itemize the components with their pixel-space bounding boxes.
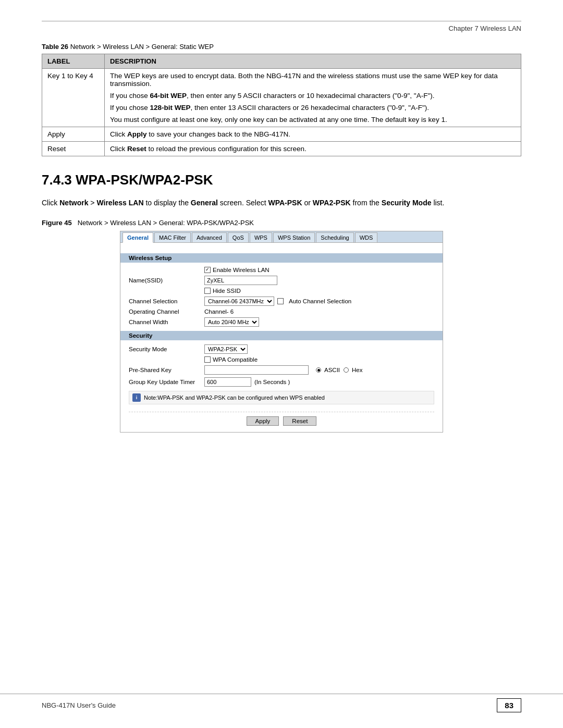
tab-wds[interactable]: WDS: [355, 232, 378, 242]
name-ssid-value-area: [204, 276, 434, 285]
tab-scheduling[interactable]: Scheduling: [316, 232, 353, 242]
tab-wps-station[interactable]: WPS Station: [273, 232, 315, 242]
note-icon: i: [132, 393, 141, 402]
screenshot-content: Wireless Setup Enable Wireless LAN Name(…: [120, 243, 443, 432]
wpa-compatible-row: WPA Compatible: [129, 356, 434, 363]
operating-channel-value: Channel- 6: [204, 309, 234, 315]
col-label-header: LABEL: [42, 54, 105, 69]
key-description-cell: The WEP keys are used to encrypt data. B…: [105, 69, 521, 127]
auto-channel-label: Auto Channel Selection: [289, 298, 351, 304]
header-divider: [42, 21, 521, 21]
col-description-header: DESCRIPTION: [105, 54, 521, 69]
group-key-input[interactable]: [204, 377, 251, 387]
operating-channel-value-area: Channel- 6: [204, 309, 434, 315]
para-2: If you chose 64-bit WEP, then enter any …: [110, 92, 516, 100]
hide-ssid-checkbox[interactable]: [204, 288, 211, 294]
table-row: Apply Click Apply to save your changes b…: [42, 127, 521, 142]
security-mode-value-area: WPA2-PSK: [204, 344, 434, 354]
reset-label-cell: Reset: [42, 142, 105, 156]
tab-qos[interactable]: QoS: [228, 232, 249, 242]
group-key-unit: (In Seconds ): [254, 379, 290, 385]
security-mode-select[interactable]: WPA2-PSK: [204, 344, 248, 354]
operating-channel-label: Operating Channel: [129, 309, 204, 315]
reset-button[interactable]: Reset: [283, 416, 316, 426]
enable-wireless-row: Enable Wireless LAN: [129, 267, 434, 273]
wpa-compatible-checkbox[interactable]: [204, 356, 211, 363]
tab-mac-filter[interactable]: MAC Filter: [154, 232, 191, 242]
group-key-row: Group Key Update Timer (In Seconds ): [129, 377, 434, 387]
channel-selection-select[interactable]: Channel-06 2437MHz: [204, 297, 274, 306]
pre-shared-key-label: Pre-Shared Key: [129, 367, 204, 373]
enable-wireless-label: Enable Wireless LAN: [213, 267, 270, 273]
table-title: Table 26 Network > Wireless LAN > Genera…: [42, 43, 521, 51]
section-heading: 7.4.3 WPA-PSK/WPA2-PSK: [42, 172, 521, 188]
name-ssid-row: Name(SSID): [129, 276, 434, 285]
hide-ssid-label: Hide SSID: [213, 288, 241, 294]
screenshot-mockup: General MAC Filter Advanced QoS WPS WPS …: [120, 231, 443, 433]
button-row: Apply Reset: [129, 412, 434, 426]
channel-width-value-area: Auto 20/40 MHz: [204, 317, 434, 327]
figure-title: Figure 45 Network > Wireless LAN > Gener…: [42, 219, 521, 227]
static-wep-table: LABEL DESCRIPTION Key 1 to Key 4 The WEP…: [42, 54, 521, 156]
wireless-setup-bar: Wireless Setup: [120, 253, 443, 263]
tab-general[interactable]: General: [123, 232, 153, 243]
para-3: If you chose 128-bit WEP, then enter 13 …: [110, 104, 516, 112]
para-4: You must configure at least one key, onl…: [110, 116, 516, 124]
pre-shared-key-row: Pre-Shared Key ASCII Hex: [129, 365, 434, 375]
tab-advanced[interactable]: Advanced: [192, 232, 227, 242]
channel-selection-row: Channel Selection Channel-06 2437MHz Aut…: [129, 297, 434, 306]
name-ssid-label: Name(SSID): [129, 277, 204, 283]
hex-label: Hex: [352, 367, 362, 373]
security-mode-row: Security Mode WPA2-PSK: [129, 344, 434, 354]
table-row: Reset Click Reset to reload the previous…: [42, 142, 521, 156]
reset-desc-cell: Click Reset to reload the previous confi…: [105, 142, 521, 156]
hex-radio[interactable]: [344, 367, 349, 373]
footer-guide: NBG-417N User's Guide: [42, 701, 116, 709]
pre-shared-key-value-area: ASCII Hex: [204, 365, 434, 375]
channel-width-select[interactable]: Auto 20/40 MHz: [204, 317, 259, 327]
channel-selection-label: Channel Selection: [129, 298, 204, 304]
key-label-cell: Key 1 to Key 4: [42, 69, 105, 127]
table-row: Key 1 to Key 4 The WEP keys are used to …: [42, 69, 521, 127]
security-mode-label: Security Mode: [129, 346, 204, 352]
section-intro: Click Network > Wireless LAN to display …: [42, 198, 521, 208]
tab-wps[interactable]: WPS: [250, 232, 272, 242]
enable-wireless-checkbox[interactable]: [204, 267, 211, 273]
channel-selection-value-area: Channel-06 2437MHz Auto Channel Selectio…: [204, 297, 434, 306]
apply-button[interactable]: Apply: [247, 416, 279, 426]
apply-label-cell: Apply: [42, 127, 105, 142]
operating-channel-row: Operating Channel Channel- 6: [129, 309, 434, 315]
hide-ssid-row: Hide SSID: [129, 288, 434, 294]
name-ssid-input[interactable]: [204, 276, 277, 285]
note-text: Note:WPA-PSK and WPA2-PSK can be configu…: [144, 394, 325, 401]
chapter-label: Chapter 7 Wireless LAN: [42, 24, 521, 32]
ascii-radio[interactable]: [316, 367, 321, 373]
channel-width-label: Channel Width: [129, 319, 204, 325]
table-number: Table 26: [42, 43, 68, 51]
wpa-compatible-label: WPA Compatible: [213, 356, 258, 363]
page-container: Chapter 7 Wireless LAN Table 26 Network …: [0, 0, 563, 728]
channel-width-row: Channel Width Auto 20/40 MHz: [129, 317, 434, 327]
tab-bar: General MAC Filter Advanced QoS WPS WPS …: [120, 231, 443, 243]
group-key-label: Group Key Update Timer: [129, 379, 204, 385]
security-bar: Security: [120, 331, 443, 340]
para-1: The WEP keys are used to encrypt data. B…: [110, 72, 516, 88]
ascii-label: ASCII: [324, 367, 340, 373]
page-number: 83: [497, 698, 521, 712]
note-row: i Note:WPA-PSK and WPA2-PSK can be confi…: [129, 391, 434, 404]
footer: NBG-417N User's Guide 83: [0, 694, 563, 712]
apply-desc-cell: Click Apply to save your changes back to…: [105, 127, 521, 142]
auto-channel-checkbox[interactable]: [277, 298, 284, 304]
group-key-value-area: (In Seconds ): [204, 377, 434, 387]
pre-shared-key-input[interactable]: [204, 365, 309, 375]
